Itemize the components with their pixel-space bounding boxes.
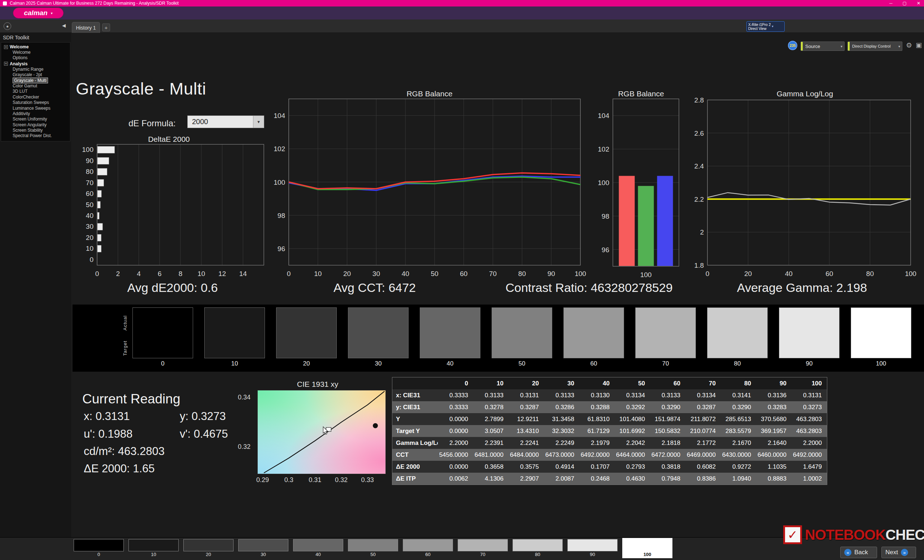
maximize-button[interactable]: ▢ xyxy=(903,1,907,6)
axis-label: 100 xyxy=(82,146,93,153)
sidebar-item-additivity[interactable]: Additivity xyxy=(1,111,70,117)
axis-label: 100 xyxy=(598,179,609,187)
patch-level-label: 30 xyxy=(348,360,409,367)
axis-label: 0.31 xyxy=(309,476,321,484)
table-cell: 0.4630 xyxy=(615,473,650,485)
rgb-balance-line-chart: 96981001021040102030405060708090100 xyxy=(267,88,585,279)
table-cell: 2.2241 xyxy=(508,437,544,449)
level-button-10[interactable]: 10 xyxy=(129,539,178,558)
back-button[interactable]: « Back xyxy=(840,547,877,558)
table-cell: 0.3131 xyxy=(792,389,827,401)
sidebar-item-grayscale-2pt[interactable]: Grayscale - 2pt xyxy=(1,72,70,78)
tree-group-welcome[interactable]: −Welcome xyxy=(1,44,70,50)
grayscale-patch-50 xyxy=(492,307,552,358)
display-control-dropdown[interactable]: Direct Display Control ▾ xyxy=(848,42,902,51)
close-button[interactable]: ✕ xyxy=(917,1,920,6)
sidebar-item-spectral-power-dist[interactable]: Spectral Power Dist. xyxy=(1,133,70,139)
level-button-80[interactable]: 80 xyxy=(513,539,563,558)
minimize-button[interactable]: ─ xyxy=(890,1,892,6)
tree-item-label: Grayscale - Multi xyxy=(13,78,48,83)
average-gamma-stat: Average Gamma: 2.198 xyxy=(737,281,867,295)
table-cell: 285.6513 xyxy=(721,413,756,425)
level-button-100[interactable]: 100 xyxy=(622,538,672,558)
sidebar-item-color-gamut[interactable]: Color Gamut xyxy=(1,83,70,89)
axis-label: 104 xyxy=(274,112,285,120)
gear-icon[interactable]: ⚙ xyxy=(906,41,912,49)
level-button-0[interactable]: 0 xyxy=(74,539,124,558)
table-cell: 0.3818 xyxy=(650,461,686,473)
table-cell: 0.3290 xyxy=(721,401,756,413)
axis-label: 50 xyxy=(430,270,438,277)
sidebar-item-3d-lut[interactable]: 3D LUT xyxy=(1,89,70,94)
level-button-30[interactable]: 30 xyxy=(238,539,288,558)
chevron-down-icon: ▾ xyxy=(898,44,900,48)
window-title-bar: Calman 2025 Calman Ultimate for Business… xyxy=(0,0,924,6)
table-cell: 12.9211 xyxy=(508,413,544,425)
workspace-options-icon[interactable]: ● xyxy=(4,22,11,30)
add-tab-button[interactable]: + xyxy=(102,24,110,31)
level-button-90[interactable]: 90 xyxy=(567,539,618,558)
sidebar-item-colorchecker[interactable]: ColorChecker xyxy=(1,94,70,100)
next-button[interactable]: Next » xyxy=(881,547,916,558)
sidebar-item-screen-stability[interactable]: Screen Stability xyxy=(1,128,70,133)
app-icon xyxy=(3,1,7,5)
meter-status-badge[interactable]: 235 xyxy=(788,41,797,50)
sidebar-item-screen-uniformity[interactable]: Screen Uniformity xyxy=(1,117,70,122)
table-cell: 2.2000 xyxy=(792,437,827,449)
sidebar-item-screen-angularity[interactable]: Screen Angularity xyxy=(1,122,70,128)
deltae-bar-60 xyxy=(98,190,101,198)
expander-icon[interactable]: − xyxy=(4,62,8,66)
table-cell: 0.3292 xyxy=(615,401,650,413)
level-button-60[interactable]: 60 xyxy=(403,539,453,558)
sidebar-item-welcome[interactable]: Welcome xyxy=(1,50,70,55)
sidebar-item-luminance-sweeps[interactable]: Luminance Sweeps xyxy=(1,106,70,111)
reading-y: y: 0.3273 xyxy=(180,410,226,423)
level-button-40[interactable]: 40 xyxy=(293,539,343,558)
tree-group-analysis[interactable]: −Analysis xyxy=(1,61,70,67)
table-cell: 6469.0000 xyxy=(686,449,721,461)
workflow-tree: −WelcomeWelcomeOptions−AnalysisDynamic R… xyxy=(1,42,70,141)
row-label: Gamma Log/Log xyxy=(392,437,438,449)
sidebar-item-grayscale-multi[interactable]: Grayscale - Multi xyxy=(1,78,70,83)
axis-label: 12 xyxy=(218,270,226,277)
de-formula-dropdown[interactable]: 2000 ▾ xyxy=(188,115,264,128)
table-cell: 2.2249 xyxy=(544,437,579,449)
rgb-balance-bar-chart: 9698100102104100 xyxy=(592,88,693,279)
display-icon[interactable]: ▣ xyxy=(916,41,922,49)
sidebar-item-options[interactable]: Options xyxy=(1,55,70,61)
table-cell: 0.1707 xyxy=(579,461,615,473)
table-col-header: 10 xyxy=(473,377,508,389)
table-col-header xyxy=(392,377,438,389)
table-cell: 463.2803 xyxy=(792,413,827,425)
level-button-70[interactable]: 70 xyxy=(458,539,508,558)
table-col-header: 70 xyxy=(686,377,721,389)
axis-label: 60 xyxy=(86,190,93,198)
level-button-50[interactable]: 50 xyxy=(348,539,398,558)
sidebar-item-dynamic-range[interactable]: Dynamic Range xyxy=(1,67,70,72)
level-swatch xyxy=(622,538,672,551)
reading-de2000: ΔE 2000: 1.65 xyxy=(84,462,155,475)
axis-label: 98 xyxy=(278,212,285,219)
sidebar-collapse-icon[interactable]: ◀ xyxy=(62,23,66,28)
sidebar-title: SDR Toolkit xyxy=(0,33,71,42)
expander-icon[interactable]: − xyxy=(4,45,8,49)
table-cell: 0.3658 xyxy=(473,461,508,473)
table-cell: 0.3278 xyxy=(473,401,508,413)
table-cell: 0.2793 xyxy=(615,461,650,473)
meter-selector-button[interactable]: X-Rite i1Pro 2 Direct View ▾ xyxy=(746,21,784,32)
level-swatch xyxy=(74,539,124,551)
table-row-x-cie31: x: CIE310.33330.31330.31310.31330.31300.… xyxy=(392,389,827,401)
patch-row xyxy=(132,307,911,358)
table-header-row: 0102030405060708090100 xyxy=(392,377,827,389)
display-control-label: Direct Display Control xyxy=(852,44,890,48)
table-cell: 0.3141 xyxy=(721,389,756,401)
sidebar-item-saturation-sweeps[interactable]: Saturation Sweeps xyxy=(1,100,70,105)
table-cell: 6484.0000 xyxy=(508,449,544,461)
patch-level-label: 90 xyxy=(779,360,840,367)
table-row-y-cie31: y: CIE310.33330.32780.32870.32860.32880.… xyxy=(392,401,827,413)
source-dropdown[interactable]: Source ▾ xyxy=(801,42,844,51)
tab-history-1[interactable]: History 1 xyxy=(72,22,100,33)
calman-menu-button[interactable]: calman ▾ xyxy=(13,7,63,18)
level-button-20[interactable]: 20 xyxy=(183,539,234,558)
table-cell: 369.1957 xyxy=(756,425,792,437)
